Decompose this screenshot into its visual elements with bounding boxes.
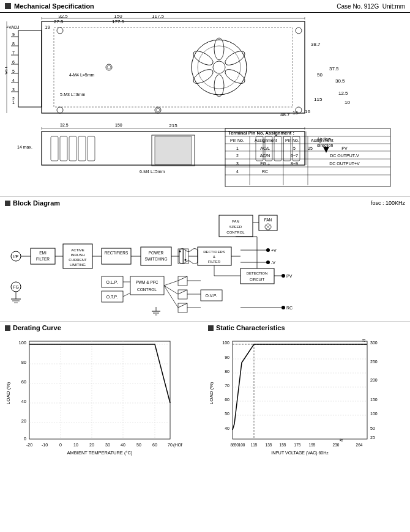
svg-rect-71: [88, 136, 95, 161]
svg-text:O.V.P.: O.V.P.: [205, 294, 217, 298]
svg-text:-20: -20: [26, 443, 32, 447]
svg-line-196: [123, 293, 130, 297]
svg-text:3: 3: [12, 87, 15, 92]
svg-text:14 max.: 14 max.: [17, 145, 32, 149]
svg-rect-2: [18, 31, 42, 107]
svg-rect-152: [240, 268, 274, 284]
svg-text:264: 264: [356, 443, 363, 447]
svg-text:250: 250: [370, 360, 378, 364]
svg-rect-69: [69, 136, 76, 161]
svg-point-138: [179, 251, 181, 253]
svg-text:8: 8: [12, 42, 15, 46]
svg-rect-0: [42, 21, 305, 113]
svg-text:PWM & PFC: PWM & PFC: [136, 280, 158, 284]
svg-text:LIMITING: LIMITING: [70, 263, 86, 267]
mech-drawing: +VADJ 9 8 7 6 5 4 3 2 1 117.5: [5, 15, 403, 193]
svg-text:60: 60: [152, 443, 157, 447]
svg-point-150: [266, 260, 270, 264]
svg-text:1: 1: [12, 100, 15, 105]
svg-point-156: [281, 274, 285, 278]
header-icon: [5, 3, 11, 9]
svg-rect-1: [54, 28, 293, 107]
svg-point-28: [191, 48, 215, 68]
svg-text:30: 30: [105, 443, 110, 447]
svg-text:AC/N: AC/N: [260, 153, 270, 158]
svg-point-25: [223, 67, 247, 86]
svg-text:38.7: 38.7: [311, 42, 321, 47]
svg-text:Pin No.: Pin No.: [230, 138, 244, 142]
svg-line-198: [164, 286, 178, 294]
svg-text:40: 40: [121, 443, 125, 447]
svg-text:215: 215: [169, 123, 177, 128]
svg-text:80: 80: [21, 360, 26, 365]
svg-text:115: 115: [314, 97, 322, 102]
svg-text:175: 175: [294, 443, 301, 447]
svg-text:115: 115: [251, 443, 258, 447]
svg-text:135: 135: [266, 443, 272, 447]
svg-text:20: 20: [89, 443, 94, 447]
svg-text:27.5: 27.5: [54, 19, 64, 24]
svg-rect-131: [141, 247, 171, 265]
svg-text:100: 100: [239, 443, 245, 447]
svg-point-204: [281, 306, 285, 309]
svg-line-192: [178, 290, 187, 294]
svg-text:70: 70: [168, 443, 173, 447]
svg-text:FG ⏚: FG ⏚: [260, 161, 270, 166]
svg-point-22: [213, 61, 225, 73]
svg-marker-84: [323, 147, 329, 153]
svg-text:DC OUTPUT-V: DC OUTPUT-V: [330, 153, 359, 158]
svg-text:12.5: 12.5: [338, 91, 348, 96]
svg-text:O.T.P.: O.T.P.: [106, 295, 118, 299]
svg-text:100: 100: [18, 340, 26, 345]
svg-text:4-M4 L=5mm: 4-M4 L=5mm: [69, 73, 95, 77]
svg-point-33: [106, 64, 112, 70]
svg-rect-73: [155, 136, 192, 164]
svg-point-35: [155, 107, 161, 113]
svg-text:SWITCHING: SWITCHING: [144, 257, 167, 261]
svg-text:POWER: POWER: [149, 251, 164, 255]
svg-point-34: [107, 65, 111, 69]
svg-rect-191: [178, 290, 187, 299]
svg-text:155: 155: [280, 443, 286, 447]
svg-point-26: [214, 75, 224, 97]
svg-text:177.5: 177.5: [112, 19, 125, 24]
svg-text:FG: FG: [13, 285, 19, 289]
svg-text:≈: ≈: [340, 437, 343, 443]
page-title: Mechanical Specification: [14, 2, 94, 10]
svg-text:ACTIVE: ACTIVE: [71, 248, 84, 252]
svg-text:DC OUTPUT+V: DC OUTPUT+V: [329, 161, 360, 166]
static-title: Static Characteristics: [208, 324, 405, 331]
svg-text:FILTER: FILTER: [36, 257, 50, 261]
svg-text:RECTIFIERS: RECTIFIERS: [105, 251, 129, 255]
svg-text:CURRENT: CURRENT: [69, 258, 87, 262]
svg-rect-189: [178, 276, 187, 286]
block-section: Block Diagram fosc : 100KHz I/P EMI FILT…: [0, 196, 410, 321]
svg-text:200: 200: [370, 378, 378, 382]
svg-text:(HORIZONTAL): (HORIZONTAL): [173, 443, 182, 448]
svg-rect-70: [78, 136, 86, 161]
svg-text:150: 150: [115, 123, 122, 127]
svg-rect-208: [29, 341, 170, 439]
svg-text:100: 100: [222, 341, 229, 345]
svg-text:Terminal Pin No. Assignment :: Terminal Pin No. Assignment :: [228, 130, 294, 136]
svg-text:Assignment: Assignment: [255, 138, 277, 143]
svg-text:90: 90: [225, 355, 229, 360]
bottom-sections: Derating Curve 100 80 60 40 20 0 -20 -10…: [0, 321, 410, 461]
svg-text:50: 50: [225, 412, 229, 416]
svg-text:EMI: EMI: [39, 251, 47, 255]
svg-text:FAN: FAN: [232, 220, 239, 223]
svg-text:0: 0: [59, 443, 62, 447]
svg-text:I/P: I/P: [13, 254, 19, 259]
svg-text:+VADJ: +VADJ: [6, 25, 19, 29]
svg-text:LOAD (%): LOAD (%): [6, 382, 11, 404]
svg-text:60: 60: [21, 379, 26, 385]
svg-point-147: [266, 248, 270, 252]
svg-text:7: 7: [12, 51, 15, 55]
block-diagram-svg: I/P EMI FILTER ACTIVE INRUSH CURRENT LIM…: [5, 210, 403, 317]
svg-text:CIRCUIT: CIRCUIT: [250, 278, 265, 281]
svg-text:4: 4: [12, 78, 15, 83]
svg-text:Pin No.: Pin No.: [285, 138, 299, 142]
svg-text:LOAD (%): LOAD (%): [209, 382, 214, 404]
svg-text:PV: PV: [286, 274, 293, 278]
svg-text:40: 40: [225, 426, 229, 430]
